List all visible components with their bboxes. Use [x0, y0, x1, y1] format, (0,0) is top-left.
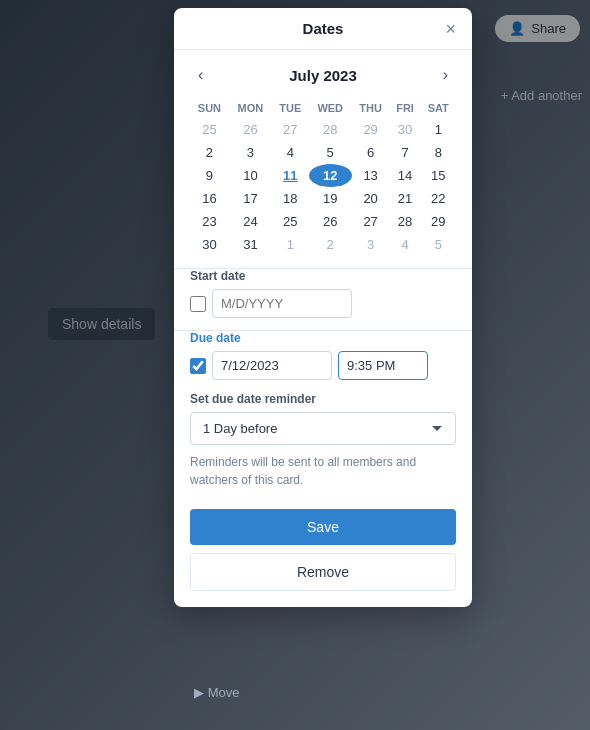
- save-button[interactable]: Save: [190, 509, 456, 545]
- remove-button[interactable]: Remove: [190, 553, 456, 591]
- weekday-header-cell: SAT: [420, 98, 456, 118]
- calendar-day-cell[interactable]: 4: [390, 233, 421, 256]
- start-date-section: Start date: [174, 268, 472, 330]
- calendar-day-cell[interactable]: 8: [420, 141, 456, 164]
- calendar-day-cell[interactable]: 3: [352, 233, 390, 256]
- start-date-input[interactable]: [212, 289, 352, 318]
- close-button[interactable]: ×: [439, 18, 462, 40]
- calendar-day-cell[interactable]: 14: [390, 164, 421, 187]
- calendar-day-cell[interactable]: 26: [229, 118, 272, 141]
- calendar-day-cell[interactable]: 16: [190, 187, 229, 210]
- calendar-week-row: 16171819202122: [190, 187, 456, 210]
- weekday-header-cell: FRI: [390, 98, 421, 118]
- reminder-select[interactable]: NoneAt time of due date5 Minutes before1…: [190, 412, 456, 445]
- calendar-day-cell[interactable]: 26: [309, 210, 352, 233]
- dates-modal: Dates × ‹ July 2023 › SUNMONTUEWEDTHUFRI…: [174, 8, 472, 607]
- calendar-nav: ‹ July 2023 ›: [190, 62, 456, 88]
- reminder-label: Set due date reminder: [190, 392, 456, 406]
- calendar-day-cell[interactable]: 2: [309, 233, 352, 256]
- weekday-header-cell: THU: [352, 98, 390, 118]
- calendar-day-cell[interactable]: 7: [390, 141, 421, 164]
- calendar-day-cell[interactable]: 1: [272, 233, 309, 256]
- calendar-day-cell[interactable]: 29: [352, 118, 390, 141]
- modal-header: Dates ×: [174, 8, 472, 50]
- calendar-day-cell[interactable]: 31: [229, 233, 272, 256]
- calendar-day-cell[interactable]: 29: [420, 210, 456, 233]
- calendar-week-row: 303112345: [190, 233, 456, 256]
- calendar-day-cell[interactable]: 3: [229, 141, 272, 164]
- calendar-day-cell[interactable]: 5: [420, 233, 456, 256]
- prev-month-button[interactable]: ‹: [190, 62, 211, 88]
- calendar-day-cell[interactable]: 13: [352, 164, 390, 187]
- calendar-day-cell[interactable]: 19: [309, 187, 352, 210]
- due-date-section: Due date: [174, 330, 472, 392]
- calendar-body: 2526272829301234567891011121314151617181…: [190, 118, 456, 256]
- calendar-day-cell[interactable]: 25: [272, 210, 309, 233]
- calendar-day-cell[interactable]: 28: [309, 118, 352, 141]
- calendar-day-cell[interactable]: 17: [229, 187, 272, 210]
- calendar-day-cell[interactable]: 30: [190, 233, 229, 256]
- calendar-day-cell[interactable]: 27: [272, 118, 309, 141]
- due-date-input[interactable]: [212, 351, 332, 380]
- start-date-row: [190, 289, 456, 318]
- calendar-day-cell[interactable]: 1: [420, 118, 456, 141]
- start-date-label: Start date: [190, 269, 456, 283]
- calendar-day-cell[interactable]: 27: [352, 210, 390, 233]
- calendar-day-cell[interactable]: 25: [190, 118, 229, 141]
- calendar-day-cell[interactable]: 2: [190, 141, 229, 164]
- calendar-day-cell[interactable]: 18: [272, 187, 309, 210]
- calendar-day-cell[interactable]: 9: [190, 164, 229, 187]
- calendar-day-cell[interactable]: 30: [390, 118, 421, 141]
- calendar-day-cell[interactable]: 20: [352, 187, 390, 210]
- calendar-day-cell[interactable]: 12: [309, 164, 352, 187]
- next-month-button[interactable]: ›: [435, 62, 456, 88]
- start-date-checkbox[interactable]: [190, 296, 206, 312]
- weekday-header-cell: TUE: [272, 98, 309, 118]
- calendar-day-cell[interactable]: 4: [272, 141, 309, 164]
- action-section: Save Remove: [174, 501, 472, 607]
- calendar-day-cell[interactable]: 15: [420, 164, 456, 187]
- calendar-day-cell[interactable]: 22: [420, 187, 456, 210]
- due-time-input[interactable]: [338, 351, 428, 380]
- reminder-section: Set due date reminder NoneAt time of due…: [174, 392, 472, 501]
- calendar-day-cell[interactable]: 5: [309, 141, 352, 164]
- calendar-day-cell[interactable]: 11: [272, 164, 309, 187]
- calendar-week-row: 23242526272829: [190, 210, 456, 233]
- calendar-week-row: 2345678: [190, 141, 456, 164]
- calendar-month-year: July 2023: [289, 67, 357, 84]
- weekday-header-cell: SUN: [190, 98, 229, 118]
- move-link[interactable]: ▶ Move: [194, 685, 239, 700]
- weekday-header-cell: MON: [229, 98, 272, 118]
- calendar-day-cell[interactable]: 21: [390, 187, 421, 210]
- calendar-day-cell[interactable]: 6: [352, 141, 390, 164]
- due-date-row: [190, 351, 456, 380]
- calendar-day-cell[interactable]: 10: [229, 164, 272, 187]
- reminder-note: Reminders will be sent to all members an…: [190, 453, 456, 489]
- calendar-week-row: 2526272829301: [190, 118, 456, 141]
- weekday-header-cell: WED: [309, 98, 352, 118]
- calendar-day-cell[interactable]: 23: [190, 210, 229, 233]
- weekday-header-row: SUNMONTUEWEDTHUFRISAT: [190, 98, 456, 118]
- calendar-day-cell[interactable]: 24: [229, 210, 272, 233]
- calendar: ‹ July 2023 › SUNMONTUEWEDTHUFRISAT 2526…: [174, 50, 472, 268]
- due-date-label: Due date: [190, 331, 456, 345]
- due-date-checkbox[interactable]: [190, 358, 206, 374]
- modal-title: Dates: [303, 20, 344, 37]
- calendar-day-cell[interactable]: 28: [390, 210, 421, 233]
- calendar-grid: SUNMONTUEWEDTHUFRISAT 252627282930123456…: [190, 98, 456, 256]
- calendar-week-row: 9101112131415: [190, 164, 456, 187]
